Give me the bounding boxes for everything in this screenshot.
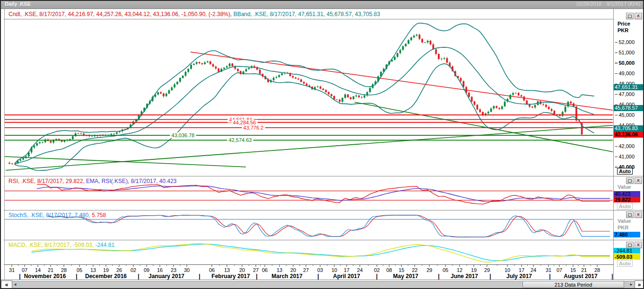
- candle: [339, 99, 341, 103]
- candle: [226, 65, 228, 68]
- candle: [408, 39, 409, 44]
- candle: [185, 70, 187, 77]
- candle: [165, 93, 167, 97]
- candle: [358, 95, 360, 98]
- macd-panel-window-buttons: ×: [626, 242, 642, 248]
- candle: [240, 70, 242, 75]
- candle: [418, 34, 420, 40]
- candle: [504, 100, 506, 107]
- minimize-button[interactable]: [626, 13, 634, 19]
- macd-legend: MACD, .KSE, 8/17/2017, -509.03, -244.81: [9, 242, 114, 248]
- macd-auto-scale-button[interactable]: Auto: [617, 260, 633, 267]
- candle: [193, 63, 195, 65]
- title-bar[interactable]: Daily .KSE 10/28/2016 - 9/1/2017 (KHI): [0, 0, 644, 9]
- legend-segment: BBand, .KSE, 8/17/2017, 47,651.31, 45,67…: [234, 11, 380, 18]
- candle: [482, 112, 484, 116]
- candle: [355, 94, 357, 97]
- candle: [42, 141, 44, 144]
- candle: [199, 61, 200, 64]
- close-button[interactable]: ×: [635, 242, 642, 248]
- legend-segment: MACD, .KSE, 8/17/2017, -509.03,: [9, 242, 95, 248]
- candle: [498, 107, 500, 110]
- axis-bottom-divider: [0, 280, 644, 280]
- x-axis-line: [4, 264, 613, 265]
- minimize-button[interactable]: [626, 242, 634, 248]
- candle: [366, 91, 368, 97]
- double-chevron-left-icon: «: [5, 281, 9, 288]
- candle: [487, 110, 489, 114]
- scroll-far-right-button[interactable]: »: [635, 280, 644, 289]
- candle: [248, 67, 250, 70]
- candle: [521, 95, 522, 97]
- candle: [75, 132, 77, 137]
- candle: [116, 132, 118, 135]
- candle: [416, 34, 418, 36]
- candle: [207, 61, 209, 63]
- candle: [523, 96, 525, 102]
- panel-divider-rsi: [4, 176, 644, 176]
- candle: [336, 99, 338, 101]
- rsi-panel-window-buttons: ×: [626, 177, 642, 184]
- candle: [542, 103, 544, 106]
- candle: [22, 158, 24, 160]
- macd-panel: [32, 244, 610, 262]
- candle: [50, 140, 52, 143]
- candle: [245, 68, 247, 72]
- main-auto-scale-button[interactable]: Auto: [617, 168, 633, 175]
- candle: [413, 35, 415, 38]
- candle: [341, 97, 343, 103]
- restore-icon: [628, 179, 632, 183]
- candle: [471, 96, 473, 103]
- candle: [350, 96, 352, 100]
- stoch-panel-window-buttons: ×: [626, 211, 642, 218]
- candle: [322, 88, 324, 90]
- candle: [369, 87, 371, 93]
- candle: [361, 96, 363, 99]
- candle: [509, 94, 511, 100]
- candle: [223, 67, 225, 70]
- minimize-button[interactable]: [626, 211, 634, 218]
- candle: [344, 94, 346, 99]
- candle: [496, 105, 497, 109]
- close-button[interactable]: ×: [635, 211, 642, 218]
- candle: [394, 56, 396, 61]
- candle: [11, 163, 13, 165]
- minimize-button[interactable]: [626, 177, 634, 184]
- close-button[interactable]: ×: [635, 177, 642, 184]
- candle: [212, 63, 214, 68]
- candle: [515, 92, 517, 94]
- candle: [314, 86, 316, 91]
- candle: [187, 68, 189, 73]
- candle: [163, 92, 165, 97]
- candle: [551, 108, 553, 112]
- candle: [201, 63, 203, 65]
- candle: [176, 81, 178, 85]
- candle: [325, 89, 327, 93]
- scrollbar-thumb[interactable]: 213 Data Period: [522, 281, 624, 288]
- trendline[interactable]: [355, 102, 613, 152]
- candle: [303, 81, 305, 85]
- scroll-step-left-icon[interactable]: ◄: [13, 282, 17, 287]
- rsi-legend: RSI, .KSE, 8/17/2017, 29.822, EMA, RSI(.…: [9, 178, 177, 184]
- trendline[interactable]: [5, 157, 246, 167]
- candle: [297, 78, 299, 80]
- rsi-auto-scale-button[interactable]: Auto: [617, 203, 633, 210]
- data-period-label: 213 Data Period: [555, 282, 592, 288]
- candle: [435, 48, 437, 55]
- candle: [441, 58, 443, 61]
- legend-segment: 5.758: [92, 212, 106, 219]
- close-button[interactable]: ×: [635, 13, 642, 19]
- legend-segment: -244.81: [95, 242, 114, 248]
- stoch-axis-header: Value: [618, 218, 631, 224]
- candle: [444, 57, 445, 60]
- candle: [331, 93, 332, 97]
- candle: [410, 36, 412, 41]
- candle: [565, 105, 566, 113]
- candle: [80, 132, 82, 134]
- scroll-far-left-button[interactable]: «: [1, 280, 12, 289]
- legend-segment: Cndl, .KSE, 8/17/2017, 44,216.97, 44,257…: [9, 11, 234, 18]
- scroll-step-right-icon[interactable]: ►: [629, 282, 633, 287]
- candle: [182, 75, 184, 79]
- rsi-panel: [5, 184, 613, 204]
- main-price-panel: [5, 23, 613, 171]
